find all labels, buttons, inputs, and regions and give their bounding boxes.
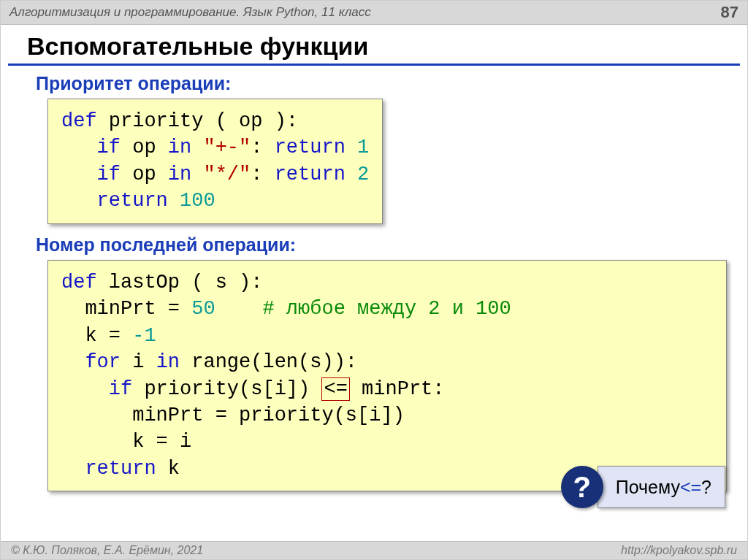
callout: ? Почему <= ? (561, 466, 725, 508)
footer-url: http://kpolyakov.spb.ru (621, 544, 737, 557)
page-number: 87 (721, 3, 739, 22)
question-mark-icon: ? (561, 466, 603, 508)
section1-heading: Приоритет операции: (36, 73, 747, 94)
course-title: Алгоритмизация и программирование. Язык … (9, 5, 371, 20)
slide-title: Вспомогательные функции (27, 32, 747, 64)
slide-header: Алгоритмизация и программирование. Язык … (1, 1, 747, 25)
slide-footer: © К.Ю. Поляков, Е.А. Ерёмин, 2021 http:/… (1, 541, 747, 559)
section2-heading: Номер последней операции: (36, 234, 747, 256)
callout-text: Почему <= ? (598, 466, 725, 508)
title-underline (8, 64, 740, 66)
operator-highlight: <= (321, 377, 349, 401)
codebox-lastop: def lastOp ( s ): minPrt = 50 # любое ме… (47, 260, 727, 492)
codebox-priority: def priority ( op ): if op in "+-": retu… (47, 99, 383, 224)
copyright: © К.Ю. Поляков, Е.А. Ерёмин, 2021 (11, 544, 203, 557)
